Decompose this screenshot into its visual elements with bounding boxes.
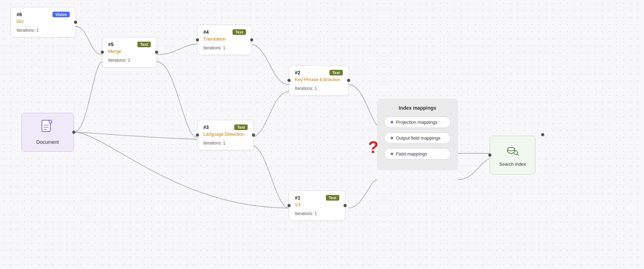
node-1-iterations: Iterations: 1 [295,211,339,216]
svg-rect-1 [49,120,52,123]
node-5-name: Merge [108,49,151,54]
svg-line-10 [517,154,519,155]
node-5-badge: Text [137,42,151,47]
node-2-id: #2 [295,70,301,75]
conn-3-1 [250,145,289,208]
node-1-v3[interactable]: #1 Text V3 Iterations: 1 [289,190,345,221]
document-icon [41,120,54,136]
node-6-header: #6 Vision [17,12,70,17]
node-4-translation[interactable]: #4 Text Translation Iterations: 1 [197,25,252,55]
node-1-header: #1 Text [295,195,339,201]
mapping-projection-label: Projection mappings [396,120,438,125]
mapping-output-label: Output field mappings [396,135,440,141]
node-2-iterations: Iterations: 1 [295,86,343,91]
workflow-canvas: #6 Vision Ocr Iterations: 1 #5 Text Merg… [0,0,644,269]
node-4-badge: Text [233,29,246,35]
search-index-icon [506,143,519,159]
node-2-header: #2 Text [295,70,343,75]
node-1-badge: Text [326,195,339,201]
conn-5-3 [157,62,197,137]
node-5-merge[interactable]: #5 Text Merge Iterations: 1 [102,37,157,67]
node-6-badge: Vision [52,12,70,17]
conn-6-5 [76,26,102,55]
document-node[interactable]: Document [21,113,74,152]
conn-doc-1 [74,132,289,208]
question-mark: ? [368,137,378,157]
node-5-id: #5 [108,42,114,47]
node-4-id: #4 [203,29,209,35]
node-4-header: #4 Text [203,29,246,35]
conn-4-2 [250,44,289,85]
node-6-ocr[interactable]: #6 Vision Ocr Iterations: 1 [11,7,76,37]
node-6-id: #6 [17,12,22,17]
node-2-badge: Text [329,70,343,75]
search-index-label: Search index [499,161,526,167]
mapping-projection-dot [391,121,393,123]
node-4-iterations: Iterations: 1 [203,45,246,50]
mapping-field-label: Field mappings [396,151,427,157]
mapping-field[interactable]: Field mappings [384,148,451,160]
index-mappings-title: Index mappings [384,105,451,111]
node-3-id: #3 [203,124,209,130]
mapping-projection[interactable]: Projection mappings [384,116,451,128]
conn-doc-3 [74,132,197,139]
node-3-iterations: Iterations: 1 [203,141,248,146]
conn-1-idx [349,180,377,208]
mapping-output-dot [391,137,393,139]
conn-3-2 [250,92,289,137]
connections-svg [0,0,644,269]
node-1-name: V3 [295,202,339,208]
node-5-iterations: Iterations: 1 [108,58,151,63]
search-index-node[interactable]: Search index [490,136,535,175]
node-2-keyphrase[interactable]: #2 Text Key Phrase Extraction Iterations… [289,65,349,96]
conn-doc-5 [74,62,102,132]
conn-field-search [458,159,490,180]
node-3-langdetect[interactable]: #3 Text Language Detection Iterations: 1 [197,120,254,150]
conn-5-4 [157,44,197,55]
mapping-field-dot [391,153,393,155]
node-3-header: #3 Text [203,124,248,130]
node-6-name: Ocr [17,19,70,24]
node-5-header: #5 Text [108,42,151,47]
svg-point-6 [508,147,515,151]
node-4-name: Translation [203,36,246,42]
mapping-output[interactable]: Output field mappings [384,132,451,144]
node-1-id: #1 [295,195,301,201]
node-3-badge: Text [234,124,248,130]
node-2-name: Key Phrase Extraction [295,77,343,82]
conn-2-idx [349,85,377,125]
index-mappings-container: Index mappings Projection mappings Outpu… [377,99,458,170]
node-3-name: Language Detection [203,132,248,137]
document-label: Document [36,139,59,145]
node-6-iterations: Iterations: 1 [17,28,70,33]
